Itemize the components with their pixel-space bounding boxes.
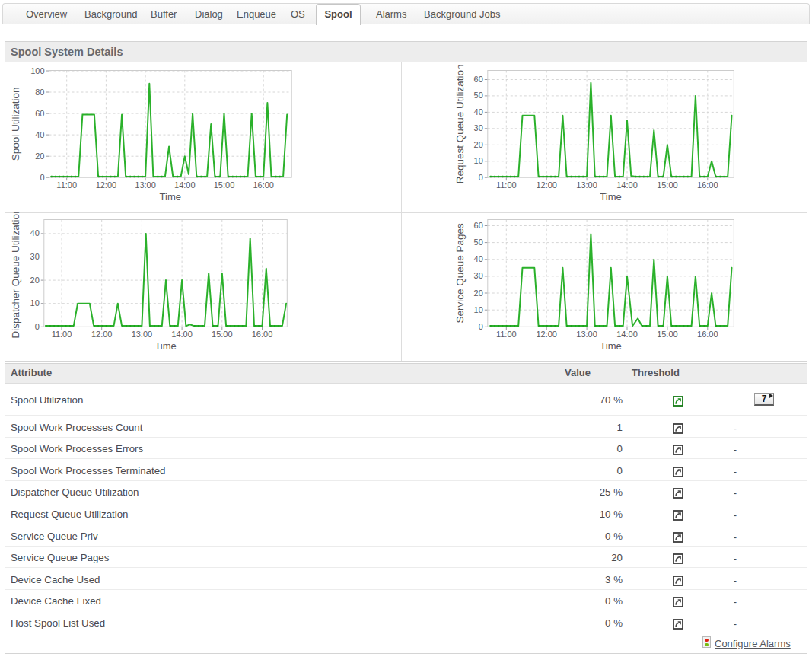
- svg-text:Time: Time: [160, 191, 181, 202]
- svg-text:12:00: 12:00: [536, 180, 557, 190]
- svg-text:50: 50: [474, 238, 483, 247]
- svg-text:50: 50: [474, 91, 483, 100]
- svg-text:Spool Utilization: Spool Utilization: [11, 87, 22, 161]
- svg-text:11:00: 11:00: [496, 180, 517, 190]
- svg-text:Dispatcher Queue Utilization: Dispatcher Queue Utilization: [11, 208, 22, 338]
- svg-text:60: 60: [35, 109, 44, 118]
- svg-text:12:00: 12:00: [91, 330, 113, 339]
- svg-text:11:00: 11:00: [496, 330, 517, 339]
- svg-text:Time: Time: [600, 340, 621, 352]
- svg-text:13:00: 13:00: [576, 180, 597, 190]
- svg-text:15:00: 15:00: [657, 180, 678, 190]
- svg-text:30: 30: [30, 252, 40, 261]
- svg-text:14:00: 14:00: [174, 180, 196, 190]
- svg-text:0: 0: [479, 322, 483, 331]
- svg-text:100: 100: [30, 66, 44, 75]
- svg-text:12:00: 12:00: [536, 330, 557, 339]
- svg-text:Time: Time: [154, 340, 176, 352]
- svg-text:40: 40: [30, 228, 40, 238]
- svg-text:20: 20: [35, 151, 44, 161]
- svg-text:10: 10: [30, 298, 40, 308]
- svg-text:13:00: 13:00: [135, 180, 156, 190]
- svg-text:16:00: 16:00: [697, 330, 718, 339]
- svg-text:16:00: 16:00: [697, 180, 718, 190]
- svg-text:Time: Time: [600, 191, 621, 202]
- svg-text:13:00: 13:00: [576, 330, 597, 339]
- svg-text:40: 40: [474, 107, 483, 116]
- svg-text:20: 20: [474, 140, 483, 149]
- svg-text:10: 10: [474, 305, 483, 314]
- svg-text:15:00: 15:00: [212, 330, 233, 339]
- svg-text:11:00: 11:00: [52, 330, 72, 339]
- svg-text:60: 60: [474, 221, 483, 230]
- svg-text:14:00: 14:00: [616, 330, 638, 339]
- svg-text:0: 0: [35, 322, 40, 331]
- svg-text:16:00: 16:00: [252, 330, 273, 339]
- svg-text:20: 20: [30, 276, 40, 285]
- svg-text:20: 20: [474, 289, 483, 298]
- svg-text:80: 80: [35, 88, 44, 97]
- svg-text:Service Queue Pages: Service Queue Pages: [454, 223, 466, 324]
- svg-text:40: 40: [35, 130, 44, 139]
- svg-text:11:00: 11:00: [56, 180, 77, 190]
- svg-text:16:00: 16:00: [253, 180, 274, 190]
- svg-text:10: 10: [474, 156, 483, 165]
- svg-text:15:00: 15:00: [214, 180, 235, 190]
- svg-text:13:00: 13:00: [132, 330, 153, 339]
- svg-text:15:00: 15:00: [657, 330, 678, 339]
- svg-text:60: 60: [474, 75, 483, 84]
- svg-text:30: 30: [474, 123, 483, 132]
- svg-text:40: 40: [474, 254, 483, 263]
- svg-text:14:00: 14:00: [171, 330, 193, 339]
- svg-text:30: 30: [474, 271, 483, 280]
- svg-text:14:00: 14:00: [616, 180, 638, 190]
- svg-text:0: 0: [40, 173, 44, 182]
- svg-text:12:00: 12:00: [96, 180, 117, 190]
- svg-text:0: 0: [479, 173, 483, 182]
- svg-text:Request Queue Utilization: Request Queue Utilization: [454, 64, 466, 183]
